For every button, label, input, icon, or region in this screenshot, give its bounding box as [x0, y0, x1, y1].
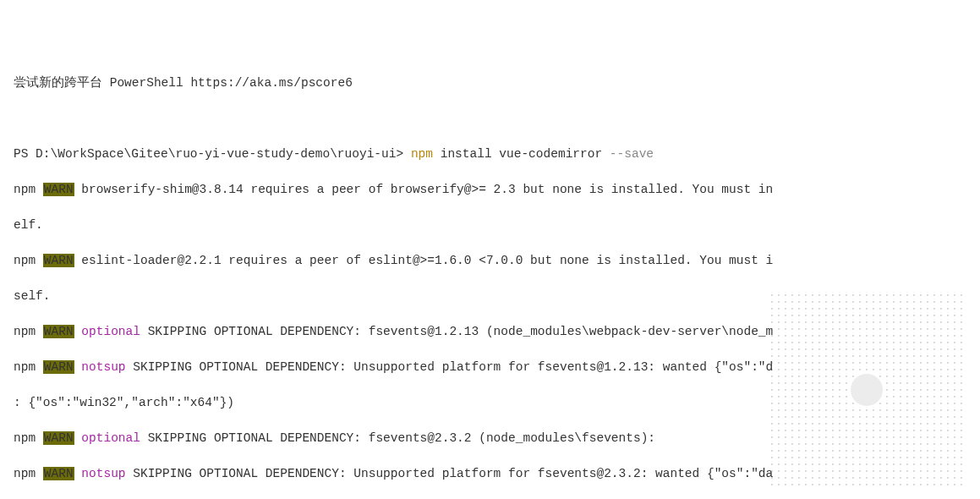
warn-tag: WARN: [43, 467, 74, 480]
warn-tag: WARN: [43, 360, 74, 374]
warn-line: npm WARN optional SKIPPING OPTIONAL DEPE…: [14, 430, 966, 447]
notsup-tag: notsup: [74, 467, 126, 480]
prompt: PS D:\WorkSpace\Gitee\ruo-yi-vue-study-d…: [14, 147, 411, 161]
warn-line: npm WARN notsup SKIPPING OPTIONAL DEPEND…: [14, 465, 966, 483]
warn-continuation: self.: [14, 288, 966, 305]
optional-tag: optional: [74, 325, 140, 338]
blank-line: [14, 110, 966, 128]
warn-tag: WARN: [43, 325, 74, 338]
notsup-tag: notsup: [74, 360, 126, 374]
warn-line: npm WARN eslint-loader@2.2.1 requires a …: [14, 252, 966, 270]
qr-watermark-icon: [769, 292, 963, 486]
warn-line: npm WARN browserify-shim@3.8.14 requires…: [14, 181, 966, 199]
warn-continuation: elf.: [14, 217, 966, 234]
command-npm: npm: [411, 147, 433, 161]
command-args: install vue-codemirror: [433, 147, 610, 161]
command-line[interactable]: PS D:\WorkSpace\Gitee\ruo-yi-vue-study-d…: [14, 145, 966, 163]
warn-tag: WARN: [43, 431, 74, 445]
warn-continuation: : {"os":"win32","arch":"x64"}): [14, 394, 966, 412]
terminal-header: 尝试新的跨平台 PowerShell https://aka.ms/pscore…: [14, 74, 966, 92]
warn-tag: WARN: [43, 254, 74, 267]
optional-tag: optional: [74, 431, 140, 445]
warn-line: npm WARN optional SKIPPING OPTIONAL DEPE…: [14, 323, 966, 341]
warn-tag: WARN: [43, 183, 74, 196]
command-flag: --save: [610, 147, 654, 161]
warn-line: npm WARN notsup SKIPPING OPTIONAL DEPEND…: [14, 359, 966, 376]
